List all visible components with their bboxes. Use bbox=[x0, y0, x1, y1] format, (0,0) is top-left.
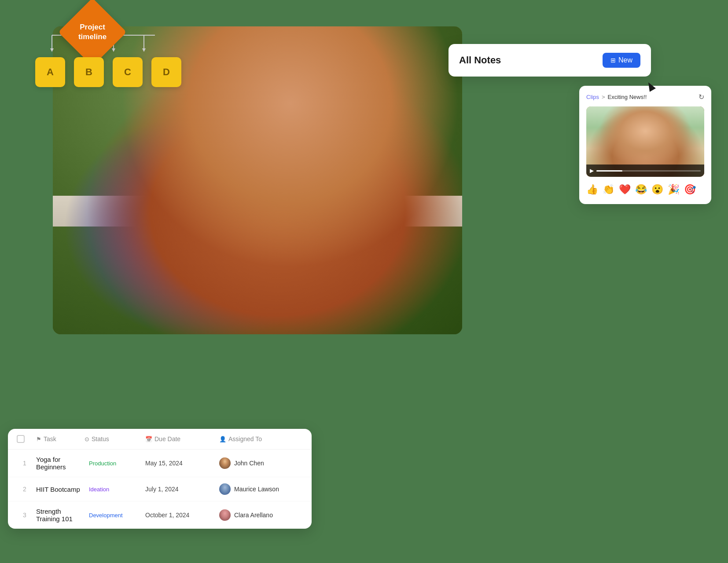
all-notes-title: All Notes bbox=[459, 55, 501, 66]
avatar bbox=[219, 457, 231, 469]
task-icon: ⚑ bbox=[36, 436, 41, 442]
new-button[interactable]: ⊞ New bbox=[603, 53, 640, 68]
calendar-icon: 📅 bbox=[145, 436, 152, 442]
video-breadcrumb: Clips > Exciting News!! ↻ bbox=[586, 93, 704, 101]
emoji-thumbsup[interactable]: 👍 bbox=[586, 184, 598, 195]
flow-node-d: D bbox=[151, 57, 181, 87]
col-header-status: ⊙ Status bbox=[85, 435, 142, 442]
emoji-party[interactable]: 🎉 bbox=[668, 184, 680, 195]
breadcrumb-clips[interactable]: Clips bbox=[586, 94, 599, 100]
row-task-name: Yoga for Beginners bbox=[36, 456, 81, 471]
all-notes-widget: All Notes ⊞ New bbox=[449, 44, 651, 77]
row-task-name: Strength Training 101 bbox=[36, 508, 81, 523]
breadcrumb-separator: > bbox=[602, 94, 605, 100]
breadcrumb-page-title: Exciting News!! bbox=[608, 94, 647, 100]
row-due-date: July 1, 2024 bbox=[145, 486, 216, 493]
progress-bar[interactable] bbox=[596, 170, 701, 172]
emoji-reactions: 👍 👏 ❤️ 😂 😮 🎉 🎯 bbox=[586, 182, 704, 197]
person-icon: 👤 bbox=[219, 436, 226, 442]
status-badge: Ideation bbox=[85, 485, 114, 494]
row-due-date: May 15, 2024 bbox=[145, 460, 216, 467]
header-checkbox[interactable] bbox=[17, 435, 25, 443]
video-widget: Clips > Exciting News!! ↻ ▶ 👍 👏 ❤️ 😂 😮 🎉… bbox=[579, 86, 711, 204]
status-badge: Production bbox=[85, 459, 121, 468]
col-header-assigned-to: 👤 Assigned To bbox=[219, 435, 303, 442]
svg-marker-9 bbox=[142, 48, 146, 52]
flow-nodes: A B C D bbox=[35, 57, 181, 87]
status-icon: ⊙ bbox=[85, 436, 89, 442]
new-button-label: New bbox=[618, 56, 632, 64]
assignee-name: Clara Arellano bbox=[234, 512, 273, 519]
row-number: 2 bbox=[17, 486, 33, 493]
row-assignee: John Chen bbox=[219, 457, 303, 469]
row-status: Development bbox=[85, 511, 142, 520]
new-button-icon: ⊞ bbox=[610, 57, 616, 64]
emoji-heart[interactable]: ❤️ bbox=[619, 184, 631, 195]
table-row[interactable]: 3 Strength Training 101 Development Octo… bbox=[8, 501, 312, 529]
table-header: ⚑ Task ⊙ Status 📅 Due Date 👤 Assigned To bbox=[8, 429, 312, 450]
assignee-name: John Chen bbox=[234, 460, 264, 467]
avatar bbox=[219, 483, 231, 495]
flow-diagram: A B C D bbox=[35, 57, 181, 87]
emoji-target[interactable]: 🎯 bbox=[684, 184, 696, 195]
emoji-wow[interactable]: 😮 bbox=[651, 184, 663, 195]
avatar bbox=[219, 509, 231, 521]
col-header-task: ⚑ Task bbox=[36, 435, 81, 442]
video-thumbnail[interactable]: ▶ bbox=[586, 106, 704, 177]
col-header-due-date: 📅 Due Date bbox=[145, 435, 216, 442]
project-timeline-widget: Project timeline bbox=[68, 8, 117, 56]
emoji-clap[interactable]: 👏 bbox=[603, 184, 614, 195]
row-task-name: HIIT Bootcamp bbox=[36, 486, 81, 493]
row-number: 3 bbox=[17, 512, 33, 519]
assignee-name: Maurice Lawson bbox=[234, 486, 279, 493]
row-due-date: October 1, 2024 bbox=[145, 512, 216, 519]
flow-node-b: B bbox=[74, 57, 104, 87]
row-assignee: Maurice Lawson bbox=[219, 483, 303, 495]
play-button[interactable]: ▶ bbox=[590, 168, 594, 174]
emoji-laugh[interactable]: 😂 bbox=[635, 184, 647, 195]
table-row[interactable]: 1 Yoga for Beginners Production May 15, … bbox=[8, 450, 312, 477]
status-badge: Development bbox=[85, 511, 127, 520]
table-row[interactable]: 2 HIIT Bootcamp Ideation July 1, 2024 Ma… bbox=[8, 477, 312, 501]
progress-bar-fill bbox=[596, 170, 622, 172]
flow-node-c: C bbox=[113, 57, 143, 87]
svg-marker-6 bbox=[50, 48, 54, 52]
diamond-text: Project timeline bbox=[78, 22, 107, 42]
flow-node-a: A bbox=[35, 57, 65, 87]
row-status: Production bbox=[85, 459, 142, 468]
row-number: 1 bbox=[17, 460, 33, 467]
task-table-widget: ⚑ Task ⊙ Status 📅 Due Date 👤 Assigned To… bbox=[8, 429, 312, 529]
video-controls: ▶ bbox=[586, 165, 704, 177]
row-status: Ideation bbox=[85, 485, 142, 494]
row-assignee: Clara Arellano bbox=[219, 509, 303, 521]
refresh-icon[interactable]: ↻ bbox=[699, 93, 704, 101]
